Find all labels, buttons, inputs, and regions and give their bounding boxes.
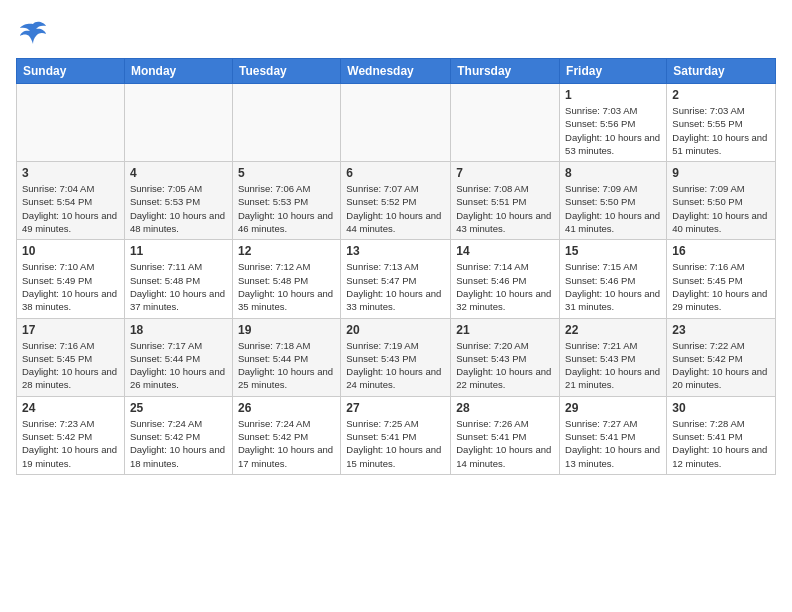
day-info: Sunrise: 7:09 AM Sunset: 5:50 PM Dayligh…	[672, 182, 770, 235]
day-number: 21	[456, 323, 554, 337]
calendar-cell: 28Sunrise: 7:26 AM Sunset: 5:41 PM Dayli…	[451, 396, 560, 474]
calendar-cell: 24Sunrise: 7:23 AM Sunset: 5:42 PM Dayli…	[17, 396, 125, 474]
day-info: Sunrise: 7:16 AM Sunset: 5:45 PM Dayligh…	[22, 339, 119, 392]
calendar-cell: 18Sunrise: 7:17 AM Sunset: 5:44 PM Dayli…	[124, 318, 232, 396]
calendar-cell: 22Sunrise: 7:21 AM Sunset: 5:43 PM Dayli…	[560, 318, 667, 396]
calendar-cell	[341, 84, 451, 162]
day-info: Sunrise: 7:24 AM Sunset: 5:42 PM Dayligh…	[238, 417, 335, 470]
day-number: 27	[346, 401, 445, 415]
calendar-cell: 30Sunrise: 7:28 AM Sunset: 5:41 PM Dayli…	[667, 396, 776, 474]
weekday-header-row: SundayMondayTuesdayWednesdayThursdayFrid…	[17, 59, 776, 84]
day-info: Sunrise: 7:03 AM Sunset: 5:56 PM Dayligh…	[565, 104, 661, 157]
day-info: Sunrise: 7:23 AM Sunset: 5:42 PM Dayligh…	[22, 417, 119, 470]
calendar-cell: 12Sunrise: 7:12 AM Sunset: 5:48 PM Dayli…	[232, 240, 340, 318]
calendar-cell: 1Sunrise: 7:03 AM Sunset: 5:56 PM Daylig…	[560, 84, 667, 162]
day-number: 17	[22, 323, 119, 337]
day-info: Sunrise: 7:05 AM Sunset: 5:53 PM Dayligh…	[130, 182, 227, 235]
day-number: 24	[22, 401, 119, 415]
weekday-header-saturday: Saturday	[667, 59, 776, 84]
calendar-week-row: 1Sunrise: 7:03 AM Sunset: 5:56 PM Daylig…	[17, 84, 776, 162]
weekday-header-friday: Friday	[560, 59, 667, 84]
weekday-header-thursday: Thursday	[451, 59, 560, 84]
day-info: Sunrise: 7:19 AM Sunset: 5:43 PM Dayligh…	[346, 339, 445, 392]
day-info: Sunrise: 7:07 AM Sunset: 5:52 PM Dayligh…	[346, 182, 445, 235]
day-info: Sunrise: 7:24 AM Sunset: 5:42 PM Dayligh…	[130, 417, 227, 470]
calendar-cell	[124, 84, 232, 162]
calendar-cell: 7Sunrise: 7:08 AM Sunset: 5:51 PM Daylig…	[451, 162, 560, 240]
calendar-cell: 23Sunrise: 7:22 AM Sunset: 5:42 PM Dayli…	[667, 318, 776, 396]
day-info: Sunrise: 7:28 AM Sunset: 5:41 PM Dayligh…	[672, 417, 770, 470]
calendar-week-row: 17Sunrise: 7:16 AM Sunset: 5:45 PM Dayli…	[17, 318, 776, 396]
day-number: 4	[130, 166, 227, 180]
calendar-cell: 13Sunrise: 7:13 AM Sunset: 5:47 PM Dayli…	[341, 240, 451, 318]
calendar-week-row: 3Sunrise: 7:04 AM Sunset: 5:54 PM Daylig…	[17, 162, 776, 240]
day-number: 23	[672, 323, 770, 337]
day-number: 12	[238, 244, 335, 258]
day-number: 2	[672, 88, 770, 102]
day-number: 1	[565, 88, 661, 102]
day-info: Sunrise: 7:13 AM Sunset: 5:47 PM Dayligh…	[346, 260, 445, 313]
calendar-cell: 5Sunrise: 7:06 AM Sunset: 5:53 PM Daylig…	[232, 162, 340, 240]
calendar-cell: 3Sunrise: 7:04 AM Sunset: 5:54 PM Daylig…	[17, 162, 125, 240]
day-number: 10	[22, 244, 119, 258]
calendar-cell: 11Sunrise: 7:11 AM Sunset: 5:48 PM Dayli…	[124, 240, 232, 318]
calendar-cell: 2Sunrise: 7:03 AM Sunset: 5:55 PM Daylig…	[667, 84, 776, 162]
day-info: Sunrise: 7:22 AM Sunset: 5:42 PM Dayligh…	[672, 339, 770, 392]
calendar-cell	[451, 84, 560, 162]
day-number: 18	[130, 323, 227, 337]
weekday-header-sunday: Sunday	[17, 59, 125, 84]
calendar-cell	[232, 84, 340, 162]
calendar-cell: 20Sunrise: 7:19 AM Sunset: 5:43 PM Dayli…	[341, 318, 451, 396]
calendar-cell: 25Sunrise: 7:24 AM Sunset: 5:42 PM Dayli…	[124, 396, 232, 474]
day-number: 13	[346, 244, 445, 258]
day-number: 5	[238, 166, 335, 180]
day-info: Sunrise: 7:08 AM Sunset: 5:51 PM Dayligh…	[456, 182, 554, 235]
calendar-cell: 8Sunrise: 7:09 AM Sunset: 5:50 PM Daylig…	[560, 162, 667, 240]
day-info: Sunrise: 7:17 AM Sunset: 5:44 PM Dayligh…	[130, 339, 227, 392]
calendar-cell: 9Sunrise: 7:09 AM Sunset: 5:50 PM Daylig…	[667, 162, 776, 240]
day-number: 8	[565, 166, 661, 180]
page-container: SundayMondayTuesdayWednesdayThursdayFrid…	[0, 0, 792, 485]
day-info: Sunrise: 7:21 AM Sunset: 5:43 PM Dayligh…	[565, 339, 661, 392]
calendar-table: SundayMondayTuesdayWednesdayThursdayFrid…	[16, 58, 776, 475]
day-info: Sunrise: 7:06 AM Sunset: 5:53 PM Dayligh…	[238, 182, 335, 235]
day-info: Sunrise: 7:11 AM Sunset: 5:48 PM Dayligh…	[130, 260, 227, 313]
day-info: Sunrise: 7:10 AM Sunset: 5:49 PM Dayligh…	[22, 260, 119, 313]
day-number: 29	[565, 401, 661, 415]
calendar-cell: 16Sunrise: 7:16 AM Sunset: 5:45 PM Dayli…	[667, 240, 776, 318]
weekday-header-tuesday: Tuesday	[232, 59, 340, 84]
day-info: Sunrise: 7:03 AM Sunset: 5:55 PM Dayligh…	[672, 104, 770, 157]
calendar-cell	[17, 84, 125, 162]
day-number: 19	[238, 323, 335, 337]
day-number: 22	[565, 323, 661, 337]
day-info: Sunrise: 7:18 AM Sunset: 5:44 PM Dayligh…	[238, 339, 335, 392]
day-info: Sunrise: 7:09 AM Sunset: 5:50 PM Dayligh…	[565, 182, 661, 235]
calendar-cell: 26Sunrise: 7:24 AM Sunset: 5:42 PM Dayli…	[232, 396, 340, 474]
weekday-header-wednesday: Wednesday	[341, 59, 451, 84]
day-number: 11	[130, 244, 227, 258]
day-info: Sunrise: 7:12 AM Sunset: 5:48 PM Dayligh…	[238, 260, 335, 313]
day-info: Sunrise: 7:27 AM Sunset: 5:41 PM Dayligh…	[565, 417, 661, 470]
page-header	[16, 16, 776, 46]
day-number: 20	[346, 323, 445, 337]
day-number: 26	[238, 401, 335, 415]
day-info: Sunrise: 7:25 AM Sunset: 5:41 PM Dayligh…	[346, 417, 445, 470]
day-info: Sunrise: 7:16 AM Sunset: 5:45 PM Dayligh…	[672, 260, 770, 313]
calendar-cell: 21Sunrise: 7:20 AM Sunset: 5:43 PM Dayli…	[451, 318, 560, 396]
day-number: 28	[456, 401, 554, 415]
calendar-cell: 14Sunrise: 7:14 AM Sunset: 5:46 PM Dayli…	[451, 240, 560, 318]
day-number: 7	[456, 166, 554, 180]
calendar-cell: 27Sunrise: 7:25 AM Sunset: 5:41 PM Dayli…	[341, 396, 451, 474]
calendar-cell: 10Sunrise: 7:10 AM Sunset: 5:49 PM Dayli…	[17, 240, 125, 318]
day-info: Sunrise: 7:14 AM Sunset: 5:46 PM Dayligh…	[456, 260, 554, 313]
day-number: 30	[672, 401, 770, 415]
day-number: 25	[130, 401, 227, 415]
day-number: 6	[346, 166, 445, 180]
calendar-cell: 4Sunrise: 7:05 AM Sunset: 5:53 PM Daylig…	[124, 162, 232, 240]
day-number: 3	[22, 166, 119, 180]
day-number: 16	[672, 244, 770, 258]
calendar-cell: 17Sunrise: 7:16 AM Sunset: 5:45 PM Dayli…	[17, 318, 125, 396]
weekday-header-monday: Monday	[124, 59, 232, 84]
calendar-cell: 15Sunrise: 7:15 AM Sunset: 5:46 PM Dayli…	[560, 240, 667, 318]
calendar-week-row: 10Sunrise: 7:10 AM Sunset: 5:49 PM Dayli…	[17, 240, 776, 318]
